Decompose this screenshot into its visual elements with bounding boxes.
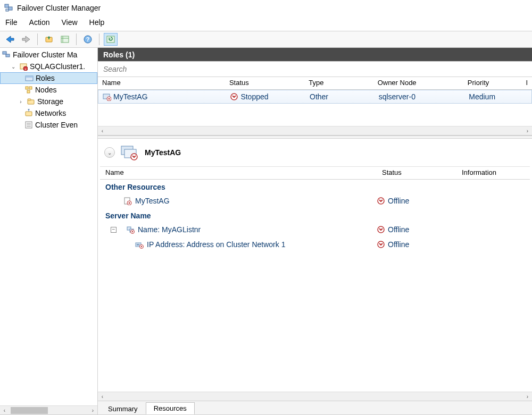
search-row [98, 61, 532, 77]
storage-icon [27, 97, 35, 106]
roles-header-title: Roles (1) [103, 50, 135, 59]
role-icon [103, 92, 111, 101]
server-name-icon [126, 225, 135, 234]
resource-row[interactable]: − Name: MyAGListnr Offline [100, 222, 530, 237]
refresh-button[interactable] [104, 33, 118, 46]
tree-item-label: Cluster Even [35, 121, 78, 129]
toolbar-separator [37, 33, 38, 45]
scroll-right-icon[interactable]: › [523, 392, 532, 401]
tree-item-storage[interactable]: › Storage [0, 96, 97, 107]
tree-item-cluster-events[interactable]: Cluster Even [0, 119, 97, 131]
tab-resources[interactable]: Resources [146, 402, 195, 414]
detail-hscrollbar[interactable]: ‹ › [98, 392, 532, 401]
detail-tabs: Summary Resources [98, 401, 532, 414]
svg-rect-18 [29, 87, 32, 89]
menu-file[interactable]: File [5, 18, 18, 27]
app-icon [4, 3, 14, 13]
svg-point-24 [28, 109, 30, 111]
resource-name: MyTestAG [135, 197, 170, 205]
menu-help[interactable]: Help [89, 18, 105, 27]
detail-icon [120, 144, 139, 161]
svg-rect-21 [28, 99, 31, 100]
resource-name: IP Address: Address on Cluster Network 1 [147, 240, 285, 249]
ip-address-icon [135, 240, 144, 249]
tree-item-label: Storage [37, 97, 63, 106]
nav-tree: Failover Cluster Ma ⌄ × SQLAGCluster1. R… [0, 48, 97, 405]
offline-icon [377, 225, 385, 234]
tree-item-label: Networks [35, 109, 66, 117]
expander-icon[interactable]: ⌄ [10, 64, 17, 70]
dcol-name[interactable]: Name [100, 167, 377, 179]
dcol-status[interactable]: Status [377, 167, 456, 179]
section-server-name: Server Name [100, 208, 530, 222]
tree-item-label: Nodes [35, 86, 56, 94]
dcol-info[interactable]: Information [456, 167, 530, 179]
role-name: MyTestAG [113, 92, 148, 101]
collapse-toggle[interactable]: ⌄ [104, 147, 115, 158]
svg-rect-10 [3, 52, 6, 54]
resource-row[interactable]: MyTestAG Offline [100, 193, 530, 208]
svg-text:?: ? [86, 36, 90, 43]
svg-point-31 [109, 98, 110, 100]
scroll-left-icon[interactable]: ‹ [98, 126, 107, 135]
resource-icon [123, 197, 132, 205]
scroll-left-icon[interactable]: ‹ [0, 406, 9, 414]
roles-hscrollbar[interactable]: ‹ › [98, 126, 532, 135]
back-button[interactable] [3, 33, 17, 46]
collapse-icon[interactable]: − [111, 227, 117, 233]
search-input[interactable] [98, 62, 532, 77]
roles-header: Roles (1) [98, 48, 532, 62]
forward-button[interactable] [19, 33, 33, 46]
tree-item-roles[interactable]: Roles [0, 72, 97, 84]
right-pane: Roles (1) Name Status Type Owner Node Pr… [98, 48, 532, 414]
help-button[interactable]: ? [81, 33, 95, 46]
col-status[interactable]: Status [225, 77, 304, 89]
tree-cluster[interactable]: ⌄ × SQLAGCluster1. [0, 61, 97, 72]
properties-button[interactable] [58, 33, 72, 46]
roles-icon [25, 74, 34, 82]
svg-point-38 [129, 202, 130, 204]
tab-summary[interactable]: Summary [100, 403, 146, 414]
offline-icon [377, 197, 385, 205]
networks-icon [24, 109, 33, 117]
svg-text:×: × [24, 67, 27, 71]
menu-action[interactable]: Action [29, 18, 50, 27]
scroll-right-icon[interactable]: › [523, 126, 532, 135]
detail-header: ⌄ MyTestAG [98, 139, 532, 161]
resource-name: Name: MyAGListnr [138, 225, 201, 234]
tree-item-nodes[interactable]: Nodes [0, 84, 97, 96]
tree-item-label: Roles [36, 74, 55, 82]
roles-grid-header: Name Status Type Owner Node Priority I [98, 77, 532, 90]
up-button[interactable] [42, 33, 56, 46]
resource-status: Offline [388, 240, 409, 249]
events-icon [24, 121, 33, 129]
expander-icon[interactable]: › [17, 99, 24, 105]
tree-item-networks[interactable]: Networks [0, 107, 97, 119]
detail-grid-header: Name Status Information [100, 167, 530, 180]
col-priority[interactable]: Priority [463, 77, 522, 89]
col-info[interactable]: I [521, 77, 532, 89]
resource-row[interactable]: IP Address: Address on Cluster Network 1… [100, 237, 530, 252]
svg-rect-19 [27, 90, 30, 93]
svg-rect-16 [26, 76, 33, 78]
col-owner[interactable]: Owner Node [373, 77, 463, 89]
role-priority: Medium [469, 92, 495, 101]
role-status: Stopped [240, 92, 268, 101]
scrollbar-thumb[interactable] [11, 407, 48, 414]
scroll-right-icon[interactable]: › [88, 406, 97, 414]
resource-status: Offline [388, 225, 409, 234]
svg-point-49 [141, 246, 142, 247]
col-name[interactable]: Name [98, 77, 225, 89]
detail-pane: ⌄ MyTestAG Name Status Information Other… [98, 139, 532, 414]
tree-root[interactable]: Failover Cluster Ma [0, 49, 97, 61]
nodes-icon [24, 86, 33, 94]
roles-grid: Name Status Type Owner Node Priority I M… [98, 77, 532, 135]
offline-icon [377, 240, 385, 249]
roles-row[interactable]: MyTestAG Stopped Other sqlserver-0 Mediu… [98, 90, 532, 104]
scroll-left-icon[interactable]: ‹ [98, 392, 107, 401]
tree-hscrollbar[interactable]: ‹ › [0, 405, 97, 414]
col-type[interactable]: Type [304, 77, 373, 89]
svg-rect-2 [6, 9, 9, 11]
menu-view[interactable]: View [61, 18, 77, 27]
svg-rect-11 [6, 54, 10, 57]
